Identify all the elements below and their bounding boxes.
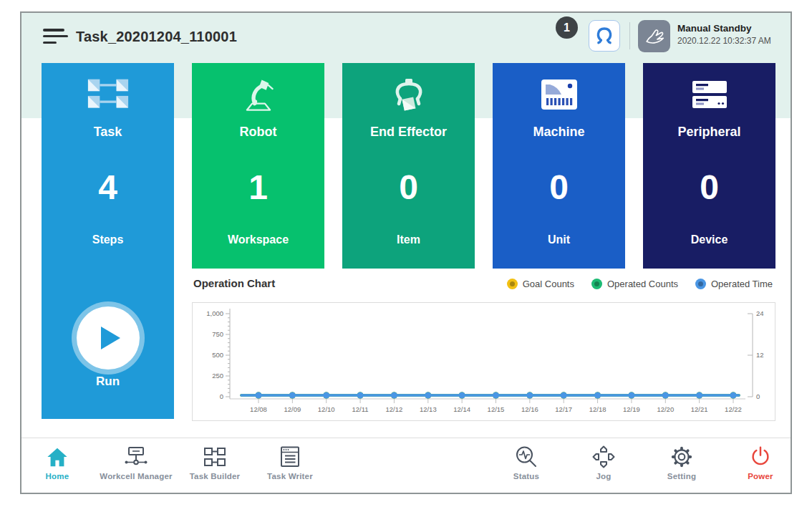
svg-text:12: 12	[756, 351, 764, 359]
svg-text:12/12: 12/12	[386, 405, 403, 413]
operated-time-dot-icon	[695, 279, 706, 289]
card-machine-unit: Unit	[493, 233, 625, 246]
legend-label: Operated Time	[711, 279, 773, 289]
svg-text:12/17: 12/17	[555, 405, 572, 413]
svg-text:12/14: 12/14	[453, 405, 470, 413]
page-title: Task_20201204_110001	[76, 29, 237, 45]
nav-label: Power	[710, 472, 792, 481]
end-effector-button[interactable]	[589, 20, 620, 52]
card-task-value: 4	[42, 168, 174, 207]
svg-text:12/20: 12/20	[657, 405, 674, 413]
play-icon	[101, 327, 120, 349]
status-icon	[514, 445, 538, 469]
manual-hand-icon	[642, 24, 667, 49]
svg-text:12/19: 12/19	[623, 405, 640, 413]
card-task-label: Task	[42, 125, 174, 140]
status-datetime: 2020.12.22 10:32:37 AM	[677, 35, 771, 47]
setting-gear-icon	[670, 445, 694, 469]
svg-text:12/18: 12/18	[589, 405, 606, 413]
card-end-effector-label: End Effector	[342, 125, 475, 140]
nav-item-task-writer[interactable]: Task Writer	[240, 444, 340, 481]
card-robot-value: 1	[192, 168, 324, 207]
svg-text:12/09: 12/09	[284, 405, 301, 413]
svg-text:12/11: 12/11	[352, 405, 369, 413]
svg-text:1,000: 1,000	[206, 309, 223, 317]
power-icon	[749, 445, 772, 469]
svg-text:0: 0	[756, 392, 760, 400]
svg-text:24: 24	[756, 309, 764, 317]
card-end-effector-unit: Item	[342, 233, 475, 246]
svg-text:12/13: 12/13	[420, 405, 437, 413]
svg-text:0: 0	[220, 392, 223, 400]
nav-item-power[interactable]: Power	[710, 444, 792, 481]
run-button[interactable]	[77, 306, 140, 370]
card-peripheral[interactable]: Peripheral 0 Device	[643, 63, 775, 269]
svg-text:12/08: 12/08	[250, 405, 267, 413]
app-window: Task_20201204_110001 1 Manual Standby 20…	[20, 11, 792, 494]
task-writer-icon	[278, 445, 302, 468]
hamburger-menu-icon[interactable]	[43, 29, 69, 47]
workcell-manager-icon	[123, 446, 149, 468]
run-button-label: Run	[42, 375, 174, 389]
robot-arm-icon	[238, 77, 279, 113]
goal-counts-dot-icon	[507, 279, 518, 289]
svg-text:500: 500	[212, 351, 223, 359]
card-peripheral-unit: Device	[643, 233, 775, 246]
nav-label: Task Writer	[240, 472, 340, 481]
status-title: Manual Standby	[677, 22, 771, 35]
header-divider	[629, 22, 630, 49]
legend-item-goal-counts: Goal Counts	[507, 279, 574, 289]
svg-text:12/15: 12/15	[488, 405, 505, 413]
legend-item-operated-time: Operated Time	[695, 279, 773, 289]
task-steps-icon	[86, 77, 130, 110]
machine-icon	[539, 77, 579, 112]
card-task[interactable]: Task 4 Steps Run	[42, 63, 174, 419]
jog-dpad-icon	[591, 445, 616, 469]
card-peripheral-label: Peripheral	[643, 125, 775, 140]
svg-text:12/10: 12/10	[318, 405, 335, 413]
operation-chart-title: Operation Chart	[193, 277, 275, 289]
legend-label: Goal Counts	[523, 279, 574, 289]
gripper-item-icon	[390, 77, 427, 115]
card-task-unit: Steps	[42, 233, 174, 246]
card-robot[interactable]: Robot 1 Workspace	[192, 63, 324, 269]
card-machine-value: 0	[493, 168, 625, 207]
status-block: Manual Standby 2020.12.22 10:32:37 AM	[677, 22, 771, 47]
svg-text:750: 750	[212, 330, 223, 338]
legend-item-operated-counts: Operated Counts	[591, 279, 678, 289]
svg-text:12/22: 12/22	[725, 405, 742, 413]
svg-text:12/21: 12/21	[691, 405, 708, 413]
card-robot-unit: Workspace	[192, 233, 324, 246]
legend-label: Operated Counts	[607, 279, 678, 289]
home-icon	[46, 446, 69, 468]
svg-text:12/16: 12/16	[521, 405, 538, 413]
card-machine-label: Machine	[493, 125, 625, 140]
svg-text:250: 250	[212, 372, 223, 380]
notification-badge[interactable]: 1	[556, 16, 578, 39]
robot-mode-button[interactable]	[638, 20, 670, 52]
card-peripheral-value: 0	[643, 168, 775, 207]
gripper-icon	[592, 24, 617, 48]
card-end-effector[interactable]: End Effector 0 Item	[342, 63, 475, 269]
chart-canvas: 02505007501,00012/0812/0912/1012/1112/12…	[193, 303, 775, 420]
card-robot-label: Robot	[192, 125, 324, 140]
card-machine[interactable]: Machine 0 Unit	[493, 63, 625, 269]
chart-legend: Goal Counts Operated Counts Operated Tim…	[507, 279, 773, 289]
task-builder-icon	[203, 446, 227, 468]
bottom-nav: Home Workcell Manager	[21, 438, 791, 493]
operated-counts-dot-icon	[591, 279, 602, 289]
peripheral-icon	[690, 77, 730, 112]
operation-chart: 02505007501,00012/0812/0912/1012/1112/12…	[192, 302, 775, 421]
card-end-effector-value: 0	[342, 168, 475, 207]
